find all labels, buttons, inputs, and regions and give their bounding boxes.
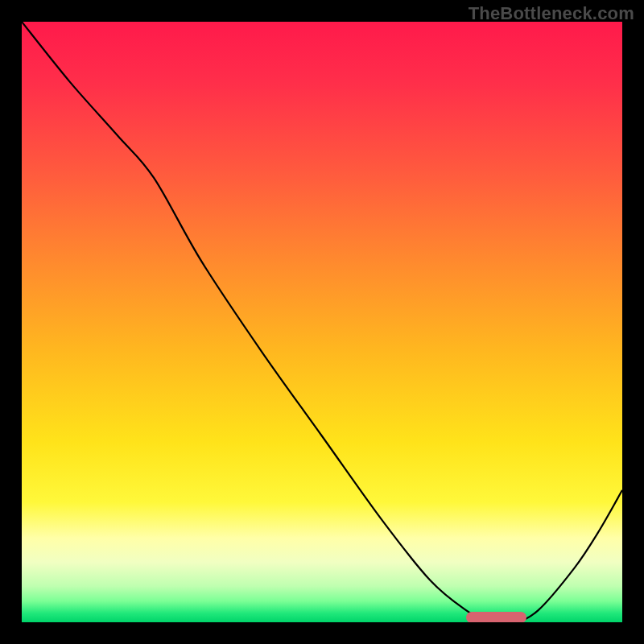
optimal-range-marker: [466, 612, 526, 622]
chart-stage: TheBottleneck.com: [0, 0, 644, 644]
plot-area: [22, 22, 622, 622]
watermark-text: TheBottleneck.com: [469, 3, 634, 24]
bottleneck-curve: [22, 22, 622, 622]
